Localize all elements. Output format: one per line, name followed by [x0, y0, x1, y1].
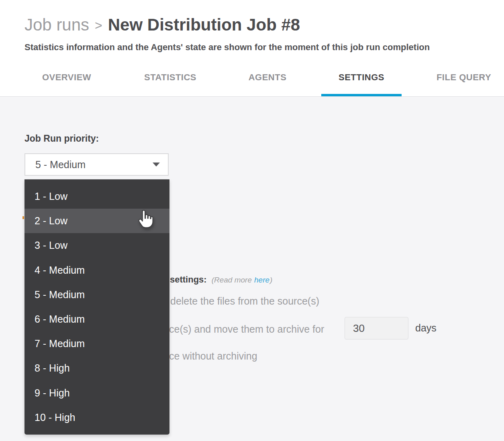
- dropdown-option-7-medium[interactable]: 7 - Medium: [24, 331, 169, 356]
- settings-heading-fragment: settings:: [170, 274, 207, 285]
- archive-days-unit: days: [415, 322, 437, 334]
- transfer-settings-heading-row: settings: (Read morehere): [170, 274, 272, 285]
- read-more-suffix: ): [270, 276, 272, 284]
- job-run-priority-label: Job Run priority:: [24, 133, 99, 144]
- hand-cursor-icon: [137, 209, 153, 231]
- job-run-settings-page: Job runs > New Distribution Job #8 Stati…: [0, 0, 504, 441]
- dropdown-option-3-low[interactable]: 3 - Low: [24, 233, 169, 258]
- breadcrumb-separator: >: [95, 18, 102, 33]
- hidden-element-sliver: [22, 216, 24, 219]
- tab-agents[interactable]: AGENTS: [249, 72, 287, 83]
- read-more-prefix: (Read more: [212, 276, 252, 284]
- read-more-text: (Read morehere): [212, 276, 273, 285]
- dropdown-option-6-medium[interactable]: 6 - Medium: [24, 307, 169, 331]
- tab-statistics[interactable]: STATISTICS: [144, 72, 196, 83]
- dropdown-option-4-medium[interactable]: 4 - Medium: [24, 258, 169, 282]
- chevron-down-icon: [153, 163, 160, 167]
- breadcrumb-job-runs[interactable]: Job runs: [24, 15, 89, 35]
- delete-from-source-option-fragment: delete the files from the source(s): [170, 295, 319, 307]
- dropdown-option-8-high[interactable]: 8 - High: [24, 356, 169, 380]
- tab-file-query[interactable]: FILE QUERY: [437, 72, 491, 83]
- dropdown-option-9-high[interactable]: 9 - High: [24, 381, 169, 405]
- move-to-archive-option-fragment: ce(s) and move them to archive for: [169, 323, 324, 335]
- breadcrumb: Job runs > New Distribution Job #8: [24, 15, 300, 35]
- priority-select-value: 5 - Medium: [35, 159, 86, 171]
- dropdown-option-5-medium[interactable]: 5 - Medium: [24, 282, 169, 307]
- archive-days-input[interactable]: [345, 317, 408, 339]
- tab-overview[interactable]: OVERVIEW: [42, 72, 91, 83]
- dropdown-option-1-low[interactable]: 1 - Low: [24, 184, 169, 209]
- tab-settings[interactable]: SETTINGS: [339, 72, 384, 83]
- priority-select[interactable]: 5 - Medium: [24, 153, 169, 176]
- dropdown-option-10-high[interactable]: 10 - High: [24, 405, 169, 430]
- read-more-link[interactable]: here: [254, 276, 269, 284]
- without-archiving-option-fragment: ce without archiving: [169, 350, 257, 362]
- page-title: New Distribution Job #8: [108, 15, 300, 35]
- tabs-divider: [0, 96, 504, 97]
- page-subtitle: Statistics information and the Agents' s…: [24, 42, 430, 53]
